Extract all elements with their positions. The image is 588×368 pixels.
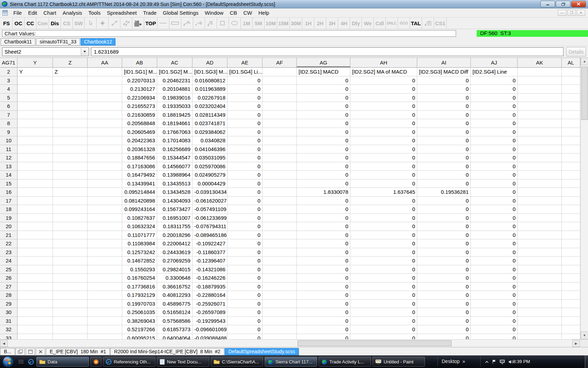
cell[interactable] [262, 334, 297, 340]
cell[interactable] [518, 85, 562, 94]
cell[interactable]: 0 [417, 325, 471, 334]
cell[interactable] [518, 154, 562, 162]
cell[interactable]: 0 [471, 265, 518, 274]
mdi-tab-e-ipe-cbv-180-min-1[interactable]: E_IPE [CBV] 180 Min #1 [46, 348, 110, 355]
cell[interactable]: 0.02267918 [192, 94, 227, 102]
cell[interactable]: 0 [417, 214, 471, 223]
cell[interactable] [88, 282, 122, 291]
taskbar-button-untitled-paint[interactable]: Untitled - Paint [372, 357, 425, 367]
cell[interactable] [562, 317, 580, 326]
cell[interactable]: 0 [471, 291, 518, 300]
horizontal-scroll-thumb[interactable] [298, 340, 451, 346]
menu-item-cw[interactable]: CW [240, 9, 255, 17]
cell[interactable] [88, 68, 122, 76]
row-number[interactable]: 20 [0, 222, 18, 231]
cell[interactable] [18, 102, 53, 111]
cell[interactable] [518, 102, 562, 111]
cell[interactable]: [ID2.SG3] MACD Diff [417, 68, 471, 76]
column-header-af[interactable]: AF [262, 58, 297, 68]
row-number[interactable]: 4 [0, 85, 18, 94]
cell[interactable] [562, 265, 580, 274]
mdi-cascade-windows-button[interactable] [15, 348, 25, 355]
cell[interactable] [562, 179, 580, 188]
sheet-selector[interactable]: Sheet2 [2, 47, 89, 56]
toolbar-button-cdl[interactable]: Cdl [374, 18, 386, 29]
column-header-ae[interactable]: AE [227, 58, 262, 68]
toolbar-button-3h[interactable]: 3H [326, 18, 338, 29]
cell[interactable]: 0.14672852 [122, 257, 157, 265]
cell[interactable] [18, 171, 53, 179]
cell[interactable] [262, 171, 297, 179]
cell[interactable]: 0 [471, 325, 518, 334]
cell[interactable] [262, 197, 297, 205]
row-number[interactable]: 12 [0, 154, 18, 162]
row-number[interactable]: 23 [0, 248, 18, 257]
cell[interactable]: 0 [350, 300, 417, 308]
cell[interactable] [262, 317, 297, 326]
toolbar-button-fs[interactable]: FS [1, 18, 13, 29]
cell[interactable]: 0 [471, 239, 518, 248]
cell[interactable]: 0 [471, 94, 518, 102]
cell[interactable]: 0.21655273 [122, 102, 157, 111]
cell[interactable] [262, 76, 297, 85]
cell[interactable] [518, 68, 562, 76]
column-header-ac[interactable]: AC [157, 58, 192, 68]
toolbar-button-10m[interactable]: 10M [265, 18, 277, 29]
cell[interactable]: 0 [350, 291, 417, 300]
cell[interactable] [262, 145, 297, 154]
cell[interactable] [53, 248, 88, 257]
cell[interactable]: 0 [297, 205, 350, 214]
column-header-aj[interactable]: AJ [471, 58, 518, 68]
cell[interactable] [88, 188, 122, 197]
cell[interactable]: 0 [417, 239, 471, 248]
cell[interactable]: 0 [471, 111, 518, 120]
row-number[interactable]: 2 [0, 68, 18, 76]
cell[interactable]: 0 [417, 85, 471, 94]
cell[interactable] [88, 111, 122, 120]
cell[interactable] [262, 239, 297, 248]
cell[interactable] [53, 239, 88, 248]
cell[interactable] [518, 94, 562, 102]
cell[interactable] [518, 197, 562, 205]
cell[interactable]: 0 [297, 154, 350, 162]
cell[interactable]: 0 [227, 111, 262, 120]
cell[interactable]: 0.18194661 [157, 119, 192, 128]
cell[interactable]: -0.039088488 [192, 334, 227, 340]
cell[interactable]: 0 [227, 128, 262, 137]
cell[interactable] [88, 102, 122, 111]
cell[interactable]: 0 [471, 248, 518, 257]
cell[interactable]: 0 [350, 102, 417, 111]
cell[interactable] [53, 231, 88, 240]
cell[interactable] [88, 128, 122, 137]
cell[interactable] [262, 154, 297, 162]
cell[interactable] [262, 231, 297, 240]
cell[interactable]: 0 [471, 85, 518, 94]
mdi-tab-defaultspreadsheetstudy-scss[interactable]: DefaultSpreadsheetStudy.scss [225, 348, 299, 355]
cell[interactable] [88, 136, 122, 145]
cell[interactable] [18, 145, 53, 154]
cell[interactable] [88, 94, 122, 102]
zigzag-study-1-icon[interactable] [181, 18, 193, 29]
cell[interactable]: 0 [417, 248, 471, 257]
cell[interactable]: 0 [417, 154, 471, 162]
cell[interactable] [88, 162, 122, 171]
cell[interactable]: 0.40812293 [157, 291, 192, 300]
cell[interactable]: 0 [417, 308, 471, 317]
taskbar-button-sierra-chart-117[interactable]: Sierra Chart 117... [265, 357, 317, 367]
taskbar-button-new-text-docu[interactable]: New Text Docu... [157, 357, 209, 367]
cell[interactable]: 0 [471, 145, 518, 154]
cell[interactable]: 0.13988964 [157, 171, 192, 179]
cell[interactable] [262, 291, 297, 300]
mdi-window-button[interactable] [26, 348, 35, 355]
parallel-lines-icon[interactable] [120, 18, 132, 29]
cell[interactable] [88, 171, 122, 179]
cell[interactable] [53, 188, 88, 197]
row-number[interactable]: 32 [0, 325, 18, 334]
cell[interactable] [518, 136, 562, 145]
cell[interactable]: 0 [350, 214, 417, 223]
chartbook-tab-chartbook12[interactable]: Chartbook12 [80, 38, 115, 46]
cell[interactable]: 0.011963889 [192, 85, 227, 94]
toolbar-button-top[interactable]: TOP [144, 18, 158, 29]
cell[interactable] [262, 265, 297, 274]
cell[interactable] [562, 162, 580, 171]
